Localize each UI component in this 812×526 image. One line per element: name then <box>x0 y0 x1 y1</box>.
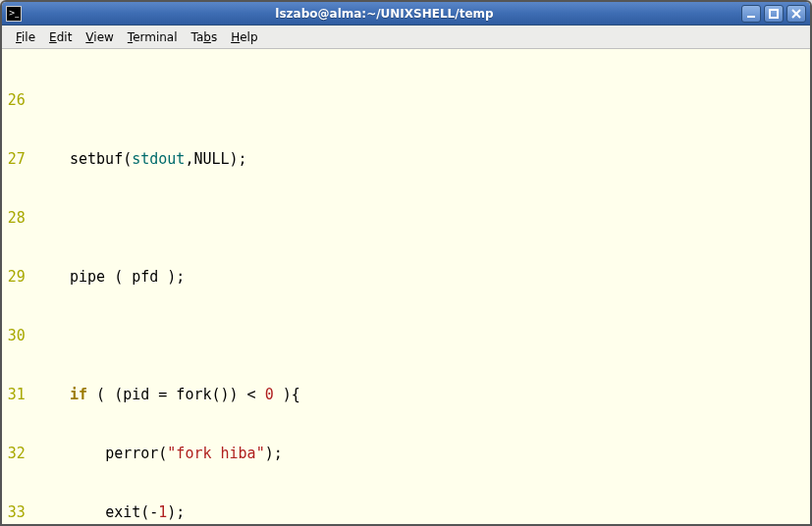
svg-rect-1 <box>770 10 778 18</box>
menu-tabs[interactable]: Tabs <box>186 27 224 47</box>
close-button[interactable] <box>786 5 806 23</box>
line-number: 31 <box>6 385 26 404</box>
terminal-viewport[interactable]: 26 27 setbuf(stdout,NULL); 28 29 pipe ( … <box>2 49 810 524</box>
window-title: lszabo@alma:~/UNIXSHELL/temp <box>27 7 741 21</box>
line-number: 28 <box>6 208 26 228</box>
terminal-app-icon: >_ <box>6 6 22 22</box>
maximize-button[interactable] <box>764 5 784 23</box>
line-number: 30 <box>6 326 26 345</box>
menubar: File Edit View Terminal Tabs Help <box>2 26 810 49</box>
window-controls <box>741 5 806 23</box>
line-number: 33 <box>6 502 26 522</box>
menu-terminal[interactable]: Terminal <box>122 27 184 47</box>
menu-file[interactable]: File <box>10 27 41 47</box>
line-number: 32 <box>6 444 26 463</box>
line-number: 26 <box>6 90 26 110</box>
line-number: 29 <box>6 267 26 287</box>
menu-help[interactable]: Help <box>225 27 263 47</box>
line-number: 27 <box>6 149 26 169</box>
titlebar: >_ lszabo@alma:~/UNIXSHELL/temp <box>2 2 810 26</box>
minimize-button[interactable] <box>741 5 761 23</box>
menu-view[interactable]: View <box>80 27 119 47</box>
menu-edit[interactable]: Edit <box>43 27 78 47</box>
